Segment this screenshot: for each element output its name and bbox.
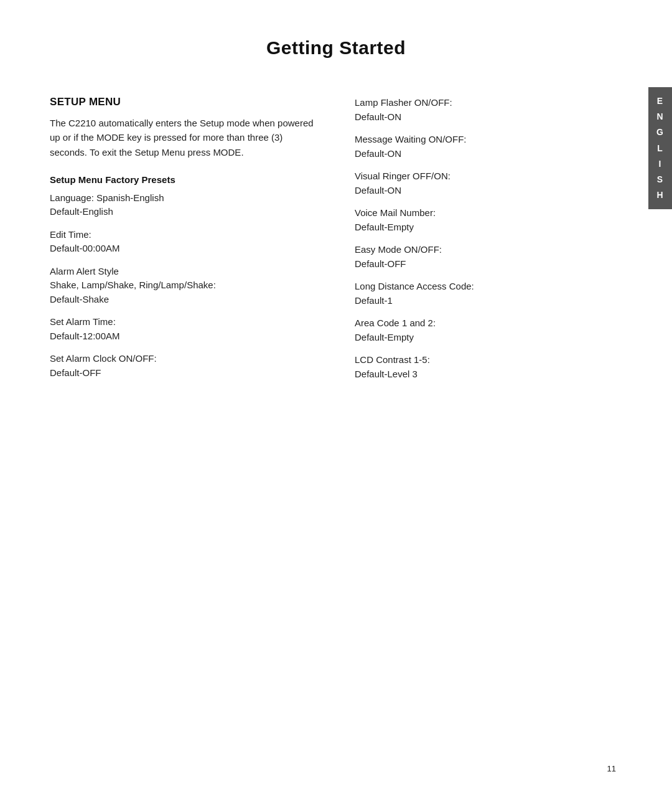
list-item: Alarm Alert StyleShake, Lamp/Shake, Ring…: [50, 265, 317, 307]
left-column: SETUP MENU The C2210 automatically enter…: [50, 96, 317, 389]
list-item: Lamp Flasher ON/OFF:Default-ON: [355, 96, 622, 124]
preset-text: Language: Spanish-EnglishDefault-English: [50, 191, 317, 219]
language-sidebar-tab: E N G L I S H: [648, 87, 672, 209]
list-item: Set Alarm Time:Default-12:00AM: [50, 315, 317, 343]
page-number: 11: [607, 764, 616, 773]
sidebar-letter-n: N: [656, 109, 663, 125]
preset-text: Voice Mail Number:Default-Empty: [355, 206, 622, 234]
sidebar-letter-s: S: [657, 172, 663, 187]
list-item: Edit Time:Default-00:00AM: [50, 228, 317, 256]
content-area: SETUP MENU The C2210 automatically enter…: [50, 96, 622, 390]
preset-text: Long Distance Access Code:Default-1: [355, 280, 622, 308]
sidebar-letter-i: I: [659, 156, 662, 172]
sidebar-letter-e: E: [657, 93, 663, 109]
sidebar-letter-l: L: [657, 141, 663, 156]
preset-text: Area Code 1 and 2:Default-Empty: [355, 316, 622, 344]
list-item: Set Alarm Clock ON/OFF:Default-OFF: [50, 352, 317, 380]
setup-menu-description: The C2210 automatically enters the Setup…: [50, 116, 317, 159]
setup-menu-title: SETUP MENU: [50, 96, 317, 108]
preset-text: Visual Ringer OFF/ON:Default-ON: [355, 169, 622, 197]
page-title: Getting Started: [50, 37, 622, 59]
list-item: Message Waiting ON/OFF:Default-ON: [355, 133, 622, 161]
preset-text: LCD Contrast 1-5:Default-Level 3: [355, 353, 622, 381]
preset-text: Set Alarm Time:Default-12:00AM: [50, 315, 317, 343]
list-item: LCD Contrast 1-5:Default-Level 3: [355, 353, 622, 381]
right-column: Lamp Flasher ON/OFF:Default-ON Message W…: [355, 96, 622, 390]
list-item: Easy Mode ON/OFF:Default-OFF: [355, 243, 622, 271]
presets-subtitle: Setup Menu Factory Presets: [50, 174, 317, 185]
list-item: Language: Spanish-EnglishDefault-English: [50, 191, 317, 219]
preset-text: Easy Mode ON/OFF:Default-OFF: [355, 243, 622, 271]
list-item: Voice Mail Number:Default-Empty: [355, 206, 622, 234]
preset-text: Edit Time:Default-00:00AM: [50, 228, 317, 256]
page-container: Getting Started SETUP MENU The C2210 aut…: [0, 0, 672, 792]
sidebar-letter-h: H: [656, 187, 663, 203]
preset-text: Message Waiting ON/OFF:Default-ON: [355, 133, 622, 161]
list-item: Long Distance Access Code:Default-1: [355, 280, 622, 308]
preset-text: Set Alarm Clock ON/OFF:Default-OFF: [50, 352, 317, 380]
sidebar-letter-g: G: [656, 125, 664, 140]
right-presets-list: Lamp Flasher ON/OFF:Default-ON Message W…: [355, 96, 622, 381]
list-item: Visual Ringer OFF/ON:Default-ON: [355, 169, 622, 197]
left-presets-list: Language: Spanish-EnglishDefault-English…: [50, 191, 317, 380]
preset-text: Alarm Alert StyleShake, Lamp/Shake, Ring…: [50, 265, 317, 307]
list-item: Area Code 1 and 2:Default-Empty: [355, 316, 622, 344]
preset-text: Lamp Flasher ON/OFF:Default-ON: [355, 96, 622, 124]
